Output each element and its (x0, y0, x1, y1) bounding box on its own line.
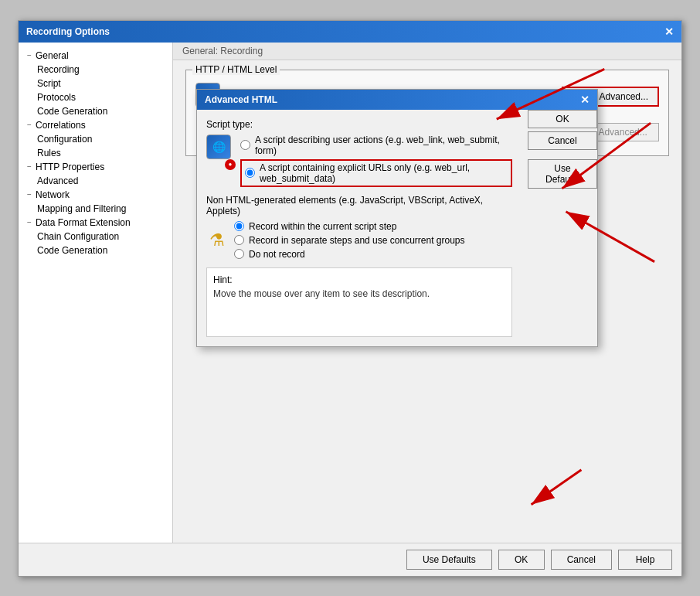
sidebar-item-protocols[interactable]: Protocols (22, 90, 169, 104)
section-header: General: Recording (173, 43, 681, 60)
sidebar-item-http-properties[interactable]: − HTTP Properties (22, 160, 169, 174)
sidebar-item-configuration[interactable]: Configuration (22, 132, 169, 146)
script-type-radios: A script describing user actions (e.g. w… (240, 135, 512, 187)
ok-button[interactable]: OK (498, 550, 545, 570)
expand-correlations-icon: − (25, 121, 34, 129)
sidebar-label-network: Network (36, 189, 70, 200)
record-current-label: Record within the current script step (249, 221, 396, 232)
sidebar-item-data-format[interactable]: − Data Format Extension (22, 216, 169, 230)
dialog-title: Advanced HTML (205, 94, 277, 105)
expand-network-icon: − (25, 190, 34, 199)
record-separate-row: Record in separate steps and use concurr… (234, 235, 465, 246)
script-radio1-row: A script describing user actions (e.g. w… (240, 135, 512, 156)
sidebar-item-network[interactable]: − Network (22, 188, 169, 202)
filter-icon: ⚗ (206, 221, 228, 260)
sidebar-item-general[interactable]: − General (22, 49, 169, 63)
sidebar-item-code-gen-2[interactable]: Code Generation (22, 244, 169, 257)
script-type-label: Script type: (206, 119, 512, 130)
non-html-radios: Record within the current script step Re… (234, 221, 465, 260)
record-current-radio[interactable] (234, 221, 244, 231)
non-html-content: ⚗ Record within the current script step … (206, 221, 512, 260)
no-record-label: Do not record (249, 249, 305, 260)
sidebar-label-protocols: Protocols (37, 92, 76, 103)
advanced-html-dialog: Advanced HTML ✕ Script type: 🌐 ● (196, 89, 598, 347)
expand-http-icon: − (25, 162, 34, 171)
hint-label: Hint: (213, 274, 505, 285)
record-separate-radio[interactable] (234, 235, 244, 245)
sidebar-label-general: General (36, 50, 69, 61)
dialog-buttons: OK Cancel Use Defaults (528, 110, 597, 189)
script-type-radio2[interactable] (245, 168, 255, 178)
script-type-radio2-label: A script containing explicit URLs only (… (260, 162, 508, 184)
main-content: − General Recording Script Protocols Cod… (19, 43, 681, 543)
sidebar-item-correlations[interactable]: − Correlations (22, 118, 169, 132)
sidebar-label-data-format: Data Format Extension (36, 217, 131, 228)
content-area: General: Recording HTTP / HTML Level 🌐 ● (173, 43, 681, 543)
dialog-script-icon: 🌐 ● (206, 135, 234, 169)
sidebar-label-code-gen-2: Code Generation (37, 245, 107, 256)
sidebar-label-advanced: Advanced (37, 175, 78, 186)
title-bar: Recording Options ✕ (19, 21, 681, 43)
help-button[interactable]: Help (618, 550, 672, 570)
window-close-button[interactable]: ✕ (664, 26, 674, 38)
window-title: Recording Options (26, 26, 110, 37)
sidebar-label-code-gen-1: Code Generation (37, 106, 107, 117)
dialog-defaults-button[interactable]: Use Defaults (528, 159, 597, 189)
dialog-close-button[interactable]: ✕ (580, 94, 590, 106)
non-html-label: Non HTML-generated elements (e.g. JavaSc… (206, 195, 512, 216)
sidebar: − General Recording Script Protocols Cod… (19, 43, 173, 543)
script-type-radio1[interactable] (240, 140, 250, 150)
dialog-body: Script type: 🌐 ● A script describing use… (197, 110, 597, 346)
sidebar-label-configuration: Configuration (37, 134, 92, 145)
sidebar-item-rules[interactable]: Rules (22, 146, 169, 160)
sidebar-label-chain-config: Chain Configuration (37, 231, 119, 242)
hint-text: Move the mouse over any item to see its … (213, 288, 505, 299)
sidebar-label-correlations: Correlations (36, 120, 86, 131)
sidebar-item-code-gen-1[interactable]: Code Generation (22, 104, 169, 118)
sidebar-item-mapping[interactable]: Mapping and Filtering (22, 202, 169, 216)
use-defaults-button[interactable]: Use Defaults (406, 550, 492, 570)
non-html-section: Non HTML-generated elements (e.g. JavaSc… (206, 195, 512, 260)
cancel-button[interactable]: Cancel (551, 550, 612, 570)
sidebar-label-mapping: Mapping and Filtering (37, 203, 126, 214)
dialog-ok-button[interactable]: OK (528, 110, 597, 128)
script-radio2-row: A script containing explicit URLs only (… (240, 159, 512, 187)
sidebar-label-script: Script (37, 78, 61, 89)
dialog-title-bar: Advanced HTML ✕ (197, 90, 597, 110)
no-record-row: Do not record (234, 249, 465, 260)
no-record-radio[interactable] (234, 249, 244, 259)
record-current-row: Record within the current script step (234, 221, 465, 232)
record-separate-label: Record in separate steps and use concurr… (249, 235, 465, 246)
script-type-radio1-label: A script describing user actions (e.g. w… (255, 135, 512, 156)
sidebar-item-chain-config[interactable]: Chain Configuration (22, 230, 169, 244)
sidebar-label-recording: Recording (37, 64, 80, 75)
expand-data-format-icon: − (25, 218, 34, 226)
main-window: Recording Options ✕ − General Recording … (18, 20, 682, 577)
http-html-group-label: HTTP / HTML Level (192, 64, 280, 75)
dialog-cancel-button[interactable]: Cancel (528, 131, 597, 150)
hint-section: Hint: Move the mouse over any item to se… (206, 267, 512, 337)
sidebar-label-rules: Rules (37, 148, 61, 158)
section-header-label: General: Recording (182, 46, 263, 56)
sidebar-item-recording[interactable]: Recording (22, 63, 169, 77)
sidebar-item-script[interactable]: Script (22, 77, 169, 90)
sidebar-label-http: HTTP Properties (36, 162, 104, 172)
bottom-bar: Use Defaults OK Cancel Help (19, 543, 681, 576)
sidebar-item-advanced[interactable]: Advanced (22, 174, 169, 188)
script-type-section: 🌐 ● A script describing user actions (e.… (206, 135, 512, 187)
expand-general-icon: − (25, 51, 34, 60)
